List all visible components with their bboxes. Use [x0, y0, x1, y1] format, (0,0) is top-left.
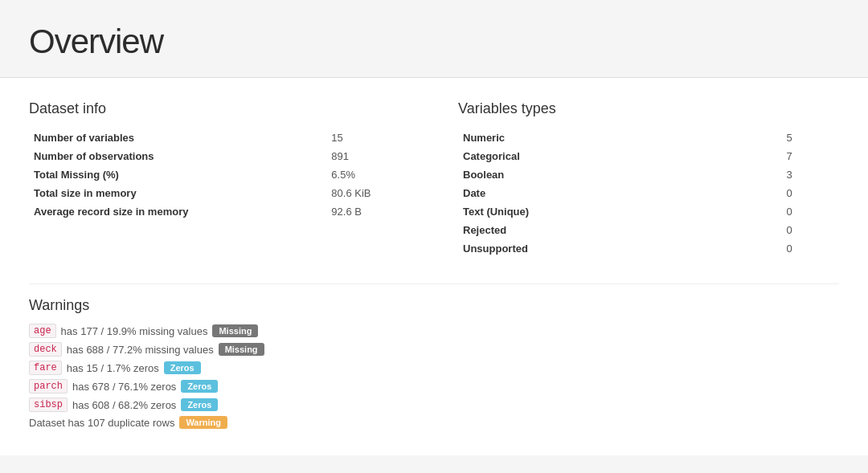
warnings-title: Warnings	[29, 297, 839, 314]
overview-columns: Dataset info Number of variables 15 Numb…	[29, 100, 839, 258]
variables-type-label: Categorical	[458, 147, 781, 165]
variables-type-label: Text (Unique)	[458, 202, 781, 221]
warning-text: has 15 / 1.7% zeros	[67, 362, 159, 374]
dataset-info-row: Number of observations 891	[29, 147, 410, 165]
dataset-info-value: 92.6 B	[326, 202, 410, 221]
variables-type-value: 5	[781, 128, 839, 147]
warning-badge: Zeros	[164, 361, 201, 374]
dataset-info-row: Average record size in memory 92.6 B	[29, 202, 410, 221]
warning-row: parchhas 678 / 76.1% zerosZeros	[29, 379, 839, 393]
dataset-info-label: Total size in memory	[29, 184, 326, 202]
page-title: Overview	[29, 22, 839, 61]
warning-badge: Missing	[212, 324, 258, 337]
variables-type-row: Numeric 5	[458, 128, 839, 147]
dataset-info-table: Number of variables 15 Number of observa…	[29, 128, 410, 221]
dataset-info-value: 6.5%	[326, 165, 410, 184]
variables-type-label: Date	[458, 184, 781, 202]
warning-text: has 608 / 68.2% zeros	[72, 399, 176, 411]
dataset-info-label: Total Missing (%)	[29, 165, 326, 184]
variables-type-row: Unsupported 0	[458, 239, 839, 258]
variables-type-row: Categorical 7	[458, 147, 839, 165]
warning-row: farehas 15 / 1.7% zerosZeros	[29, 361, 839, 375]
warning-row: sibsphas 608 / 68.2% zerosZeros	[29, 398, 839, 412]
variables-type-row: Boolean 3	[458, 165, 839, 184]
warning-code: fare	[29, 361, 62, 375]
warning-row: agehas 177 / 19.9% missing valuesMissing	[29, 324, 839, 338]
variables-type-value: 0	[781, 239, 839, 258]
warning-badge: Zeros	[181, 380, 218, 393]
variables-type-label: Numeric	[458, 128, 781, 147]
variables-type-row: Rejected 0	[458, 221, 839, 239]
warning-text: has 678 / 76.1% zeros	[72, 381, 176, 393]
dataset-info-row: Number of variables 15	[29, 128, 410, 147]
dataset-info-row: Total size in memory 80.6 KiB	[29, 184, 410, 202]
warning-row: deckhas 688 / 77.2% missing valuesMissin…	[29, 342, 839, 357]
variables-types-title: Variables types	[458, 100, 839, 117]
variables-type-value: 0	[781, 221, 839, 239]
warning-text: has 688 / 77.2% missing values	[67, 344, 214, 356]
variables-type-value: 0	[781, 202, 839, 221]
warning-badge: Warning	[179, 416, 227, 429]
warnings-list: agehas 177 / 19.9% missing valuesMissing…	[29, 324, 839, 429]
page-header: Overview	[0, 0, 868, 78]
main-content: Dataset info Number of variables 15 Numb…	[0, 78, 868, 455]
dataset-info-value: 80.6 KiB	[326, 184, 410, 202]
variables-type-value: 0	[781, 184, 839, 202]
warning-code: deck	[29, 342, 62, 357]
divider	[29, 283, 839, 284]
warning-code: age	[29, 324, 56, 338]
warning-badge: Zeros	[181, 398, 218, 411]
warning-code: sibsp	[29, 398, 68, 412]
warning-text: has 177 / 19.9% missing values	[61, 325, 208, 337]
variables-type-value: 7	[781, 147, 839, 165]
warning-text: Dataset has 107 duplicate rows	[29, 417, 174, 429]
warning-badge: Missing	[219, 343, 264, 356]
dataset-info-section: Dataset info Number of variables 15 Numb…	[29, 100, 410, 258]
warning-code: parch	[29, 379, 68, 393]
dataset-info-label: Average record size in memory	[29, 202, 326, 221]
variables-type-label: Boolean	[458, 165, 781, 184]
variables-type-row: Date 0	[458, 184, 839, 202]
dataset-info-value: 15	[326, 128, 410, 147]
variables-type-label: Unsupported	[458, 239, 781, 258]
warning-row: Dataset has 107 duplicate rowsWarning	[29, 416, 839, 429]
variables-types-table: Numeric 5 Categorical 7 Boolean 3 Date 0…	[458, 128, 839, 258]
dataset-info-label: Number of observations	[29, 147, 326, 165]
dataset-info-label: Number of variables	[29, 128, 326, 147]
warnings-section: Warnings agehas 177 / 19.9% missing valu…	[29, 297, 839, 429]
variables-type-row: Text (Unique) 0	[458, 202, 839, 221]
variables-type-label: Rejected	[458, 221, 781, 239]
variables-types-section: Variables types Numeric 5 Categorical 7 …	[458, 100, 839, 258]
dataset-info-title: Dataset info	[29, 100, 410, 117]
dataset-info-value: 891	[326, 147, 410, 165]
dataset-info-row: Total Missing (%) 6.5%	[29, 165, 410, 184]
variables-type-value: 3	[781, 165, 839, 184]
